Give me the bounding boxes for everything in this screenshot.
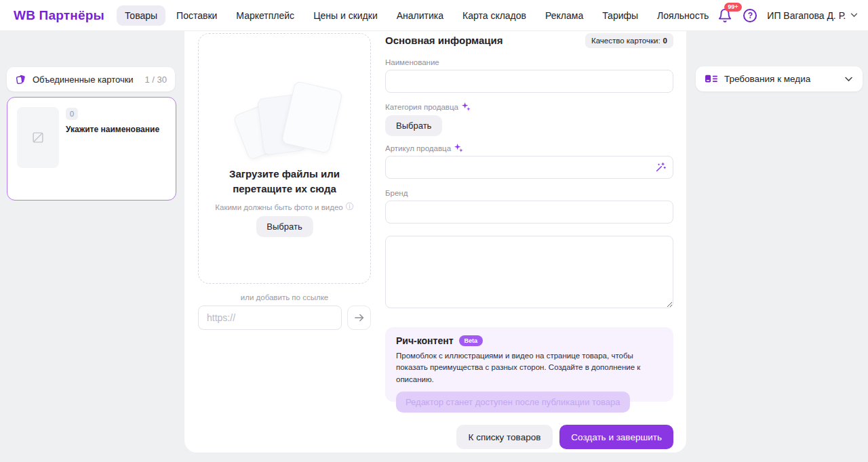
brand-input[interactable] — [385, 201, 673, 224]
nav-item-goods[interactable]: Товары — [117, 5, 165, 26]
rich-content-block: Рич-контент Beta Промоблок с иллюстрация… — [385, 327, 673, 402]
nav-item-warehouse-map[interactable]: Карта складов — [454, 5, 534, 26]
product-card-item[interactable]: 0 Укажите наименование — [7, 97, 176, 201]
add-by-link-button[interactable] — [347, 306, 371, 330]
top-navbar: WB Партнёры Товары Поставки Маркетплейс … — [0, 0, 868, 31]
notifications-badge: 99+ — [724, 3, 741, 12]
media-dropzone[interactable]: Загрузите файлы или перетащите их сюда К… — [198, 33, 371, 284]
cards-sidebar: Объединенные карточки 1 / 30 0 Укажите н… — [0, 31, 184, 462]
united-cards-label: Объединенные карточки — [33, 75, 134, 85]
card-quality-value: 0 — [663, 37, 667, 45]
product-card-info: 0 Укажите наименование — [66, 107, 159, 190]
media-url-input[interactable] — [198, 306, 342, 330]
nav-item-tariffs[interactable]: Тарифы — [594, 5, 646, 26]
media-requirements-icon — [705, 74, 717, 84]
stacked-photos-illustration — [225, 80, 344, 175]
info-icon: ⓘ — [346, 201, 354, 213]
name-input[interactable] — [385, 70, 673, 93]
help-icon: ? — [748, 11, 753, 20]
photo-placeholder — [17, 107, 59, 168]
user-name: ИП Вагапова Д. Р. — [767, 10, 846, 21]
notifications-button[interactable]: 99+ — [717, 7, 733, 24]
name-label: Наименование — [385, 58, 439, 66]
article-input-wrap — [385, 156, 673, 179]
description-textarea[interactable] — [385, 236, 673, 308]
main-nav: Товары Поставки Маркетплейс Цены и скидк… — [117, 5, 717, 26]
form-actions: К списку товаров Создать и завершить — [385, 425, 673, 449]
back-to-products-button[interactable]: К списку товаров — [456, 425, 553, 449]
media-requirements-panel[interactable]: Требования к медиа — [696, 66, 863, 91]
nav-item-prices-discounts[interactable]: Цены и скидки — [305, 5, 386, 26]
category-select-button[interactable]: Выбрать — [385, 115, 442, 136]
media-upload-section: Загрузите файлы или перетащите их сюда К… — [198, 31, 371, 453]
rich-content-description: Промоблок с иллюстрациями и видео на стр… — [396, 350, 663, 385]
main-info-form: Основная информация Качество карточки: 0… — [385, 31, 673, 453]
brand-label: Бренд — [385, 189, 408, 197]
nav-item-loyalty[interactable]: Лояльность — [649, 5, 717, 26]
add-by-link-caption: или добавить по ссылке — [198, 293, 371, 301]
nav-item-supplies[interactable]: Поставки — [168, 5, 225, 26]
arrow-right-icon — [354, 313, 365, 322]
product-card-title: Укажите наименование — [66, 125, 159, 134]
media-guidelines-link[interactable]: Какими должны быть фото и видео ⓘ — [199, 201, 370, 213]
wb-partners-app: WB Партнёры Товары Поставки Маркетплейс … — [0, 0, 868, 462]
chevron-down-icon — [850, 13, 858, 18]
rich-editor-disabled-button: Редактор станет доступен после публикаци… — [396, 392, 630, 413]
card-editor: Загрузите файлы или перетащите их сюда К… — [184, 31, 686, 453]
sparkle-icon — [454, 144, 463, 152]
nav-item-marketplace[interactable]: Маркетплейс — [228, 5, 302, 26]
add-by-link-row — [198, 306, 371, 330]
user-menu[interactable]: ИП Вагапова Д. Р. — [767, 10, 858, 21]
beta-badge: Beta — [459, 335, 484, 346]
generate-article-button[interactable] — [655, 162, 666, 173]
nav-item-ads[interactable]: Реклама — [537, 5, 591, 26]
united-cards-header[interactable]: Объединенные карточки 1 / 30 — [7, 67, 175, 91]
wand-icon — [655, 162, 666, 173]
category-label: Категория продавца — [385, 102, 471, 111]
sparkle-icon — [462, 102, 471, 111]
no-image-icon — [31, 130, 45, 145]
choose-files-button[interactable]: Выбрать — [256, 216, 313, 237]
nav-item-analytics[interactable]: Аналитика — [389, 5, 452, 26]
page-body: Объединенные карточки 1 / 30 0 Укажите н… — [0, 31, 868, 462]
media-count-badge: 0 — [66, 108, 78, 120]
chevron-down-icon — [844, 77, 853, 82]
create-and-finish-button[interactable]: Создать и завершить — [559, 425, 673, 449]
article-input[interactable] — [385, 156, 673, 179]
dropzone-title: Загрузите файлы или перетащите их сюда — [199, 167, 370, 196]
card-quality-badge: Качество карточки: 0 — [585, 33, 673, 48]
section-title: Основная информация — [385, 35, 503, 46]
article-label: Артикул продавца — [385, 144, 463, 152]
cards-stack-icon — [15, 74, 26, 85]
rich-content-title: Рич-контент — [396, 335, 454, 346]
help-button[interactable]: ? — [743, 9, 757, 22]
media-requirements-label: Требования к медиа — [724, 74, 810, 84]
header-actions: 99+ ? ИП Вагапова Д. Р. — [717, 7, 858, 24]
united-cards-counter: 1 / 30 — [144, 75, 167, 85]
app-logo[interactable]: WB Партнёры — [14, 8, 104, 23]
right-sidebar: Требования к медиа — [686, 31, 868, 462]
